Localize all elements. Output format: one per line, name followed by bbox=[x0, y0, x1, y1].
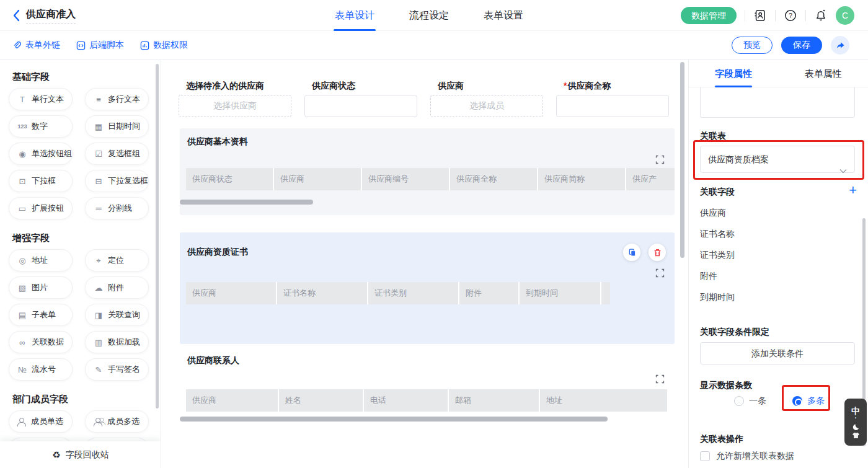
field-label: 供应商状态 bbox=[304, 80, 417, 91]
field-item-related-query[interactable]: ◨关联查询 bbox=[85, 304, 149, 326]
field-item-dropdown[interactable]: ⊡下拉框 bbox=[9, 170, 73, 192]
field-input[interactable] bbox=[556, 95, 669, 117]
horizontal-scrollbar[interactable] bbox=[180, 200, 313, 205]
field-item-related-data[interactable]: ∞关联数据 bbox=[9, 331, 73, 353]
field-item-extend-button[interactable]: ▭扩展按钮 bbox=[9, 197, 73, 219]
related-field-item[interactable]: 到期时间 bbox=[700, 292, 735, 304]
radio-one-record[interactable]: 一条 bbox=[734, 395, 766, 407]
field-item-image[interactable]: ▧图片 bbox=[9, 276, 73, 299]
field-item-multi-line-text[interactable]: ≡多行文本 bbox=[85, 88, 149, 110]
data-manage-button[interactable]: 数据管理 bbox=[681, 7, 737, 24]
expand-icon[interactable] bbox=[655, 155, 665, 164]
share-button[interactable] bbox=[831, 36, 849, 55]
add-condition-button[interactable]: 添加关联条件 bbox=[700, 342, 855, 364]
column-header[interactable]: 供应商编号 bbox=[362, 168, 449, 190]
help-button[interactable]: ? bbox=[784, 9, 797, 22]
field-item-number[interactable]: 123数字 bbox=[9, 115, 73, 138]
toolbar-links: 表单外链 后端脚本 数据权限 bbox=[12, 31, 188, 60]
related-field-item[interactable]: 附件 bbox=[700, 271, 717, 283]
ime-status-widget[interactable]: 中 ʼ bbox=[844, 399, 867, 446]
copy-icon bbox=[627, 248, 637, 257]
field-picker[interactable]: 选择供应商 bbox=[179, 95, 291, 117]
field-item-subform[interactable]: ▤子表单 bbox=[9, 304, 73, 326]
tab-form-properties[interactable]: 表单属性 bbox=[779, 60, 868, 87]
field-item-data-loading[interactable]: ▥数据加载 bbox=[85, 331, 149, 353]
delete-button[interactable] bbox=[649, 244, 666, 261]
radio-on-icon bbox=[792, 396, 802, 406]
form-title[interactable]: 供应商准入 bbox=[26, 8, 76, 24]
backend-script-link[interactable]: 后端脚本 bbox=[76, 40, 124, 51]
copy-button[interactable] bbox=[623, 244, 640, 261]
field-item-member-multi[interactable]: 成员多选 bbox=[85, 410, 149, 433]
field-item-member-single[interactable]: 成员单选 bbox=[9, 410, 73, 433]
column-header[interactable]: 供应商 bbox=[274, 168, 361, 190]
related-table-select[interactable]: 供应商资质档案 bbox=[700, 146, 855, 173]
column-header[interactable]: 供应商 bbox=[186, 282, 276, 304]
field-item-address[interactable]: ◎地址 bbox=[9, 249, 73, 272]
field-item-handwritten-signature[interactable]: ✎手写签名 bbox=[85, 358, 149, 381]
field-item-radio-group[interactable]: ◉单选按钮组 bbox=[9, 143, 73, 165]
related-field-item[interactable]: 供应商 bbox=[700, 208, 726, 220]
field-item-datetime[interactable]: ▦日期时间 bbox=[85, 115, 149, 138]
allow-add-related-data-checkbox[interactable]: 允许新增关联表数据 bbox=[700, 451, 794, 462]
horizontal-scrollbar[interactable] bbox=[180, 417, 608, 422]
canvas-field-select-supplier[interactable]: 选择待准入的供应商 选择供应商 bbox=[179, 80, 291, 117]
field-item-multi-dropdown[interactable]: ⊟下拉复选框 bbox=[85, 170, 149, 192]
field-member-picker[interactable]: 选择成员 bbox=[430, 95, 543, 117]
data-permission-label: 数据权限 bbox=[153, 40, 188, 51]
user-avatar[interactable]: C bbox=[836, 6, 854, 25]
column-header[interactable]: 邮箱 bbox=[449, 389, 539, 412]
radio-multiple-records[interactable]: 多条 bbox=[792, 395, 825, 407]
expand-icon[interactable] bbox=[655, 268, 665, 278]
table-ops-label: 关联表操作 bbox=[700, 434, 743, 445]
column-header[interactable]: 到期时间 bbox=[520, 282, 600, 304]
preview-button[interactable]: 预览 bbox=[732, 37, 773, 54]
scrolled-input-partial[interactable] bbox=[700, 87, 855, 118]
column-header[interactable]: 供应商全称 bbox=[450, 168, 537, 190]
back-button[interactable] bbox=[12, 9, 21, 22]
canvas-field-supplier-fullname[interactable]: *供应商全称 bbox=[556, 80, 669, 117]
column-header[interactable]: 供应商状态 bbox=[186, 168, 273, 190]
column-header[interactable]: 供应商简称 bbox=[538, 168, 625, 190]
field-recycle-bin[interactable]: ♻ 字段回收站 bbox=[0, 441, 161, 468]
field-item-single-line-text[interactable]: T单行文本 bbox=[9, 88, 73, 110]
tab-field-properties[interactable]: 字段属性 bbox=[689, 60, 779, 87]
expand-icon[interactable] bbox=[655, 374, 665, 384]
add-related-field-button[interactable]: + bbox=[849, 183, 857, 197]
form-external-link[interactable]: 表单外链 bbox=[12, 40, 60, 51]
column-header[interactable]: 附件 bbox=[459, 282, 518, 304]
field-item-divider-line[interactable]: ═分割线 bbox=[85, 197, 149, 219]
field-item-serial-number[interactable]: №流水号 bbox=[9, 358, 73, 381]
subtable-supplier-contacts[interactable]: 供应商联系人 供应商 姓名 电话 邮箱 地址 bbox=[180, 349, 675, 468]
column-header-clipped[interactable]: 供应产 bbox=[626, 168, 675, 190]
calendar-icon: ▦ bbox=[94, 123, 104, 131]
notification-button[interactable] bbox=[814, 9, 828, 22]
tab-flow-setting[interactable]: 流程设定 bbox=[409, 0, 449, 31]
tab-form-design[interactable]: 表单设计 bbox=[335, 0, 374, 31]
contacts-book-button[interactable] bbox=[753, 9, 767, 22]
locate-icon: ⌖ bbox=[94, 257, 104, 265]
column-header[interactable]: 供应商 bbox=[186, 389, 278, 412]
column-header-empty[interactable] bbox=[601, 282, 610, 304]
subtable-supplier-certificates[interactable]: 供应商资质证书 供应商 证 bbox=[180, 232, 675, 344]
data-permission-link[interactable]: 数据权限 bbox=[140, 40, 188, 51]
column-header[interactable]: 电话 bbox=[364, 389, 448, 412]
canvas-field-supplier[interactable]: 供应商 选择成员 bbox=[430, 80, 543, 117]
field-item-locate[interactable]: ⌖定位 bbox=[85, 249, 149, 272]
column-header[interactable]: 地址 bbox=[540, 389, 667, 412]
column-header[interactable]: 证书名称 bbox=[277, 282, 367, 304]
canvas-field-supplier-status[interactable]: 供应商状态 bbox=[304, 80, 417, 117]
tab-form-setting[interactable]: 表单设置 bbox=[484, 0, 523, 31]
toolbar-actions: 预览 保存 bbox=[732, 31, 849, 60]
column-header[interactable]: 姓名 bbox=[279, 389, 363, 412]
sidebar-scrollbar[interactable] bbox=[156, 64, 159, 408]
field-input[interactable] bbox=[304, 95, 417, 117]
canvas-vertical-scrollbar[interactable] bbox=[680, 62, 684, 258]
field-item-checkbox-group[interactable]: ☑复选框组 bbox=[85, 143, 149, 165]
subtable-supplier-basic-info[interactable]: 供应商基本资料 供应商状态 供应商 供应商编号 供应商全称 供应商简称 供应产 bbox=[180, 128, 675, 215]
column-header[interactable]: 证书类别 bbox=[368, 282, 458, 304]
field-item-attachment[interactable]: ☁附件 bbox=[85, 276, 149, 299]
related-field-item[interactable]: 证书名称 bbox=[700, 229, 735, 241]
related-field-item[interactable]: 证书类别 bbox=[700, 250, 735, 262]
save-button[interactable]: 保存 bbox=[781, 37, 822, 54]
